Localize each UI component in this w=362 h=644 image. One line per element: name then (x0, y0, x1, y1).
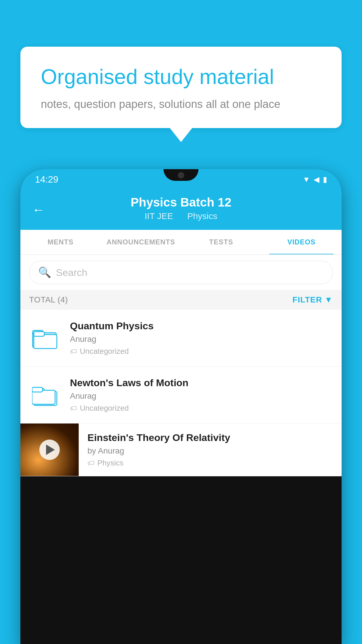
video-author-2: Anurag (70, 391, 333, 401)
video-title-2: Newton's Laws of Motion (70, 377, 333, 388)
search-bar[interactable]: 🔍 Search (29, 261, 333, 284)
folder-icon (32, 326, 58, 350)
svg-rect-5 (34, 332, 44, 336)
back-button[interactable]: ← (32, 202, 45, 217)
video-tag-2: 🏷 Uncategorized (70, 404, 333, 413)
filter-bar: TOTAL (4) FILTER ▼ (20, 290, 342, 310)
video-info-1: Quantum Physics Anurag 🏷 Uncategorized (70, 320, 333, 356)
filter-button[interactable]: FILTER ▼ (292, 295, 333, 304)
speech-bubble-section: Organised study material notes, question… (20, 47, 342, 128)
search-placeholder: Search (56, 267, 87, 278)
header-subtitle: IIT JEE Physics (32, 211, 330, 221)
video-tag-3: 🏷 Physics (87, 459, 333, 468)
folder-thumbnail-2 (29, 379, 61, 411)
wifi-icon: ▼ (303, 175, 310, 184)
header-title: Physics Batch 12 (32, 195, 330, 209)
tag-icon: 🏷 (70, 347, 77, 356)
folder-icon (32, 383, 58, 407)
play-button[interactable] (39, 440, 60, 460)
search-icon: 🔍 (38, 266, 51, 279)
search-container: 🔍 Search (20, 255, 342, 290)
tab-announcements[interactable]: ANNOUNCEMENTS (101, 230, 181, 254)
filter-icon: ▼ (324, 295, 333, 304)
video-thumbnail-3 (20, 424, 79, 476)
status-icons: ▼ ◀ ▮ (303, 175, 327, 184)
list-item[interactable]: Einstein's Theory Of Relativity by Anura… (20, 424, 342, 476)
video-info-2: Newton's Laws of Motion Anurag 🏷 Uncateg… (70, 377, 333, 413)
video-info-3: Einstein's Theory Of Relativity by Anura… (87, 426, 333, 473)
video-author-3: by Anurag (87, 446, 333, 456)
video-author-1: Anurag (70, 335, 333, 344)
speech-bubble-card: Organised study material notes, question… (20, 47, 342, 128)
video-title-3: Einstein's Theory Of Relativity (87, 432, 333, 443)
status-time: 14:29 (35, 174, 58, 185)
signal-icon: ◀ (314, 175, 319, 184)
svg-rect-9 (32, 387, 43, 392)
app-header: ← Physics Batch 12 IIT JEE Physics (20, 190, 342, 230)
battery-icon: ▮ (323, 175, 327, 184)
folder-thumbnail-1 (29, 322, 61, 354)
tab-tests[interactable]: TESTS (181, 230, 261, 254)
subtitle-physics: Physics (187, 211, 217, 221)
front-camera (178, 172, 184, 178)
tag-icon: 🏷 (87, 459, 94, 467)
list-item[interactable]: Newton's Laws of Motion Anurag 🏷 Uncateg… (20, 367, 342, 424)
video-tag-1: 🏷 Uncategorized (70, 347, 333, 356)
list-item[interactable]: Quantum Physics Anurag 🏷 Uncategorized (20, 310, 342, 367)
tabs-container: MENTS ANNOUNCEMENTS TESTS VIDEOS (20, 230, 342, 255)
status-bar: 14:29 ▼ ◀ ▮ (20, 169, 342, 190)
tag-icon: 🏷 (70, 404, 77, 412)
video-list: Quantum Physics Anurag 🏷 Uncategorized (20, 310, 342, 476)
total-count-label: TOTAL (4) (29, 295, 68, 304)
play-triangle-icon (46, 444, 55, 455)
phone-notch (164, 169, 198, 181)
speech-bubble-subtext: notes, question papers, solutions all at… (41, 98, 321, 111)
video-title-1: Quantum Physics (70, 320, 333, 332)
subtitle-iit-jee: IIT JEE (145, 211, 173, 221)
tab-videos[interactable]: VIDEOS (261, 230, 342, 254)
speech-bubble-heading: Organised study material (41, 64, 321, 89)
tab-ments[interactable]: MENTS (20, 230, 101, 254)
phone-frame: 14:29 ▼ ◀ ▮ ← Physics Batch 12 IIT JEE P… (20, 169, 342, 644)
